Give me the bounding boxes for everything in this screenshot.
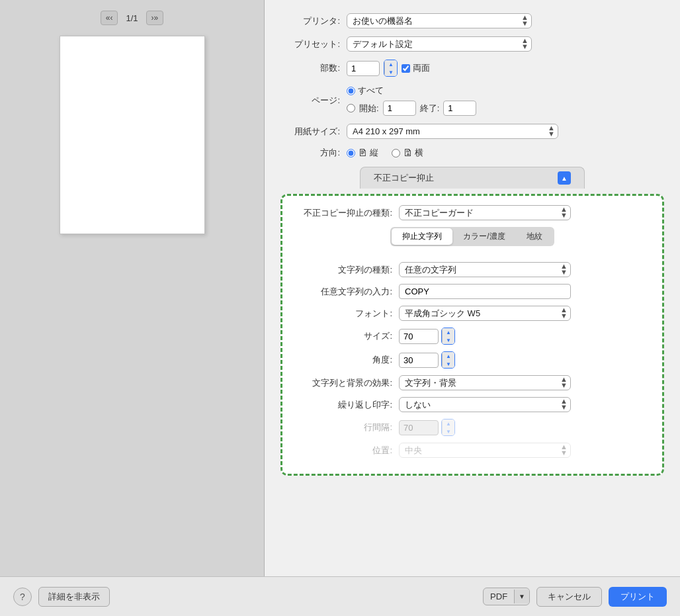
first-page-icon: « — [106, 13, 110, 22]
custom-string-row: 任意文字列の入力: — [293, 284, 652, 299]
page-from-label: 開始: — [359, 103, 379, 114]
help-icon: ? — [20, 592, 25, 602]
repeat-label: 繰り返し印字: — [293, 399, 392, 411]
duplex-label[interactable]: 両面 — [402, 62, 430, 74]
size-spinner-arrows: ▲ ▼ — [442, 328, 454, 344]
page-to-label: 終了: — [420, 103, 440, 114]
page-preview — [60, 36, 205, 234]
paper-size-select[interactable]: A4 210 x 297 mm — [347, 124, 558, 139]
line-spacing-label: 行間隔: — [293, 421, 392, 433]
paper-size-select-wrapper: A4 210 x 297 mm ▲▼ — [347, 124, 558, 139]
landscape-radio-label[interactable]: 🖺 横 — [392, 147, 423, 159]
repeat-select-wrapper: しない ▲▼ — [399, 397, 571, 412]
page-all-text: すべて — [358, 85, 384, 97]
line-spacing-input — [399, 420, 439, 435]
landscape-text: 横 — [415, 147, 423, 159]
next-page-button[interactable]: › » — [146, 11, 164, 25]
copy-guard-section: 不正コピー抑止の種類: 不正コピーガード ▲▼ 抑止文字列 カラー/濃度 地紋 — [280, 194, 664, 476]
custom-string-label: 任意文字列の入力: — [293, 286, 392, 298]
copies-decrement-button[interactable]: ▼ — [385, 68, 397, 76]
page-range-row: ページ: すべて 開始: 終了: — [280, 85, 664, 116]
page-from-radio-label[interactable] — [347, 104, 355, 112]
angle-input[interactable] — [399, 353, 439, 368]
size-decrement-button[interactable]: ▼ — [443, 336, 454, 344]
tab-color[interactable]: カラー/濃度 — [452, 228, 515, 245]
first-page-button[interactable]: « ‹ — [101, 11, 118, 25]
page-all-radio-label[interactable]: すべて — [347, 85, 476, 97]
section-type-row: 不正コピー抑止の種類: 不正コピーガード ▲▼ — [293, 205, 652, 220]
string-type-select[interactable]: 任意の文字列 — [399, 262, 571, 277]
page-from-input[interactable] — [383, 101, 416, 116]
cancel-button[interactable]: キャンセル — [536, 587, 602, 607]
font-select[interactable]: 平成角ゴシック W5 — [399, 306, 571, 321]
detail-toggle-button[interactable]: 詳細を非表示 — [38, 587, 110, 607]
bottom-bar: ? 詳細を非表示 PDF ▼ キャンセル プリント — [0, 576, 680, 616]
effect-select-wrapper: 文字列・背景 ▲▼ — [399, 375, 571, 390]
printer-select[interactable]: お使いの機器名 — [347, 13, 532, 28]
section-type-select[interactable]: 不正コピーガード — [399, 205, 571, 220]
page-all-radio[interactable] — [347, 87, 355, 95]
print-button[interactable]: プリント — [609, 587, 667, 607]
pdf-label: PDF — [484, 588, 514, 605]
copies-increment-button[interactable]: ▲ — [385, 60, 397, 68]
angle-increment-button[interactable]: ▲ — [443, 352, 454, 360]
line-spacing-increment-button: ▲ — [443, 419, 454, 427]
portrait-text: 縦 — [370, 147, 378, 159]
tab-pattern[interactable]: 地紋 — [516, 228, 553, 245]
copies-label: 部数: — [280, 62, 340, 74]
printer-select-wrapper: お使いの機器名 ▲▼ — [347, 13, 532, 28]
position-label: 位置: — [293, 445, 392, 457]
position-select: 中央 — [399, 443, 571, 458]
landscape-radio[interactable] — [392, 149, 400, 157]
copies-row: 部数: ▲ ▼ 両面 — [280, 60, 664, 77]
angle-label: 角度: — [293, 354, 392, 366]
size-spinner: ▲ ▼ — [441, 328, 455, 345]
repeat-row: 繰り返し印字: しない ▲▼ — [293, 397, 652, 412]
pdf-button[interactable]: PDF ▼ — [483, 588, 530, 605]
copies-input[interactable] — [347, 61, 380, 76]
preset-row: プリセット: デフォルト設定 ▲▼ — [280, 36, 664, 52]
line-spacing-decrement-button: ▼ — [443, 427, 454, 435]
size-increment-button[interactable]: ▲ — [443, 328, 454, 336]
preset-select[interactable]: デフォルト設定 — [347, 36, 532, 52]
portrait-radio-label[interactable]: 🖹 縦 — [347, 147, 378, 159]
portrait-radio[interactable] — [347, 149, 355, 157]
cancel-label: キャンセル — [548, 592, 591, 601]
detail-toggle-label: 詳細を非表示 — [48, 592, 100, 601]
landscape-icon: 🖺 — [403, 148, 412, 158]
size-input[interactable] — [399, 329, 439, 344]
custom-string-input[interactable] — [399, 284, 571, 299]
effect-row: 文字列と背景の効果: 文字列・背景 ▲▼ — [293, 375, 652, 390]
font-row: フォント: 平成角ゴシック W5 ▲▼ — [293, 306, 652, 321]
preset-select-wrapper: デフォルト設定 ▲▼ — [347, 36, 532, 52]
settings-panel: プリンタ: お使いの機器名 ▲▼ プリセット: デフォルト設定 ▲▼ — [265, 0, 680, 576]
line-spacing-spinner: ▲ ▼ — [441, 419, 455, 436]
size-row: サイズ: ▲ ▼ — [293, 328, 652, 345]
help-button[interactable]: ? — [13, 588, 32, 606]
pagination-bar: « ‹ 1/1 › » — [101, 11, 163, 25]
orientation-label: 方向: — [280, 147, 340, 159]
copies-spinner: ▲ ▼ — [384, 60, 398, 77]
copies-control: ▲ ▼ 両面 — [347, 60, 430, 77]
size-label: サイズ: — [293, 330, 392, 342]
printer-control: お使いの機器名 ▲▼ — [347, 13, 532, 28]
orientation-row: 方向: 🖹 縦 🖺 横 — [280, 147, 664, 159]
pdf-dropdown-arrow[interactable]: ▼ — [514, 590, 529, 603]
print-label: プリント — [620, 592, 655, 601]
angle-spinner: ▲ ▼ — [441, 351, 455, 369]
tab-string[interactable]: 抑止文字列 — [392, 228, 452, 245]
repeat-select[interactable]: しない — [399, 397, 571, 412]
page-to-input[interactable] — [443, 101, 476, 116]
position-row: 位置: 中央 ▲▼ — [293, 443, 652, 458]
duplex-checkbox[interactable] — [402, 64, 410, 73]
effect-label: 文字列と背景の効果: — [293, 377, 392, 389]
page-from-radio[interactable] — [347, 104, 355, 112]
page-range-label: ページ: — [280, 95, 340, 107]
tabs-row: 抑止文字列 カラー/濃度 地紋 — [390, 227, 554, 246]
angle-decrement-button[interactable]: ▼ — [443, 360, 454, 368]
orientation-control: 🖹 縦 🖺 横 — [347, 147, 423, 159]
section-collapse-button[interactable]: ▲ — [558, 171, 571, 185]
prev-page-icon: ‹ — [110, 13, 112, 22]
preset-label: プリセット: — [280, 38, 340, 50]
effect-select[interactable]: 文字列・背景 — [399, 375, 571, 390]
